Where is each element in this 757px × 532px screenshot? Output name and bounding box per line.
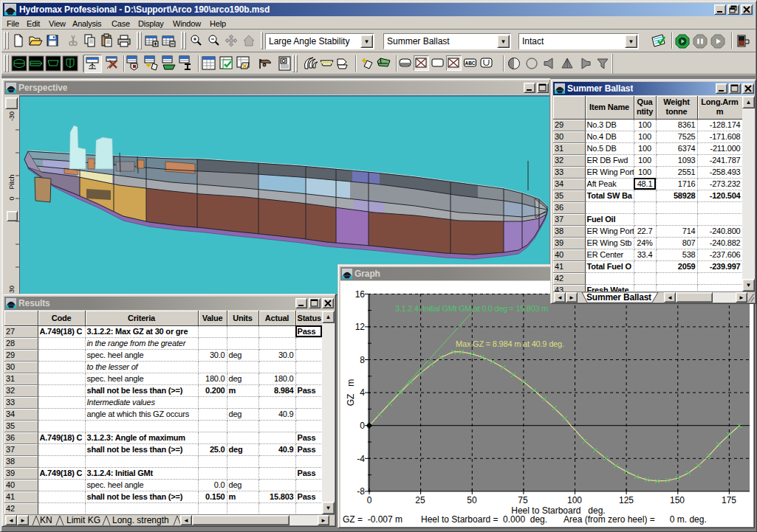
svg-text:Area (from zero heel) = 0: Area (from zero heel) = 0 m. deg. xyxy=(564,514,707,525)
svg-text:0: 0 xyxy=(367,495,372,505)
svg-text:Max GZ = 8.984 m at 40.9 deg.: Max GZ = 8.984 m at 40.9 deg. xyxy=(456,339,564,348)
svg-text:125: 125 xyxy=(619,495,634,505)
svg-text:150: 150 xyxy=(670,495,685,505)
svg-text:-30: -30 xyxy=(8,111,16,121)
svg-text:25: 25 xyxy=(415,495,425,505)
svg-text:0: 0 xyxy=(360,421,365,431)
svg-text:100: 100 xyxy=(567,495,582,505)
svg-text:-8: -8 xyxy=(357,486,365,497)
svg-text:16: 16 xyxy=(355,289,366,300)
svg-text:75: 75 xyxy=(518,495,528,505)
svg-text:50: 50 xyxy=(467,495,477,505)
svg-text:GZ = -0.007 m: GZ = -0.007 m xyxy=(343,514,403,525)
svg-text:-4: -4 xyxy=(357,454,365,464)
svg-text:Heel to Starboard = 0.000 de: Heel to Starboard = 0.000 deg. xyxy=(421,514,547,525)
svg-text:3.1.2.4: Initial GMt GM at 0.0: 3.1.2.4: Initial GMt GM at 0.0 deg = 15.… xyxy=(395,304,548,313)
svg-text:4: 4 xyxy=(360,387,365,398)
svg-text:175: 175 xyxy=(722,495,736,505)
svg-text:12: 12 xyxy=(355,322,366,332)
svg-text:30: 30 xyxy=(8,286,16,293)
svg-text:ABC: ABC xyxy=(465,61,475,66)
svg-text:0 Pitch: 0 Pitch xyxy=(8,174,16,200)
svg-text:GZ m: GZ m xyxy=(346,379,356,407)
svg-text:8: 8 xyxy=(360,355,365,365)
